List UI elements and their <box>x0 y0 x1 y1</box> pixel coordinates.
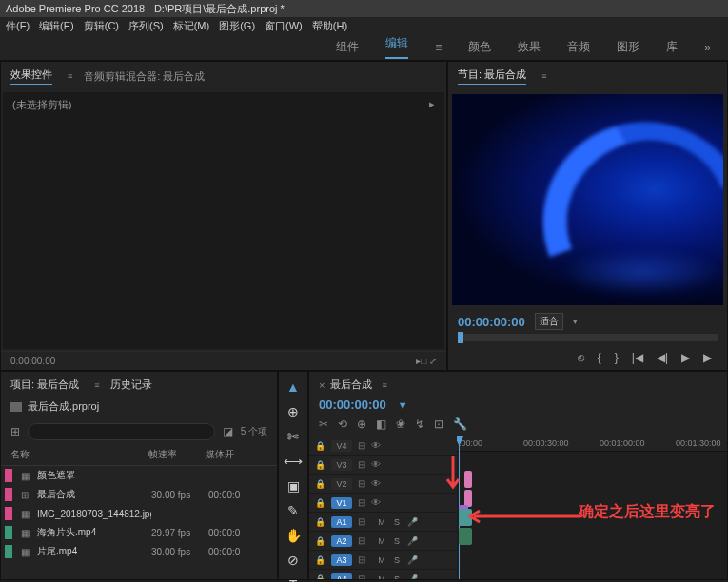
source-patch-icon[interactable]: ⊟ <box>358 535 365 546</box>
track-header[interactable]: 🔒 V1 ⊟ 👁 <box>309 494 457 513</box>
track-header[interactable]: 🔒 A3 ⊟ M S 🎤 <box>309 551 457 570</box>
ws-edit-menu-icon[interactable]: ≡ <box>435 41 442 54</box>
mute-button[interactable]: M <box>377 517 386 527</box>
track-label[interactable]: V1 <box>331 497 352 509</box>
project-search-input[interactable] <box>28 423 215 440</box>
ws-assembly[interactable]: 组件 <box>336 39 359 55</box>
eye-icon[interactable]: 👁 <box>371 440 381 451</box>
chevron-right-icon[interactable]: ▸ <box>429 98 435 112</box>
program-timecode[interactable]: 00:00:00:00 <box>458 315 525 329</box>
project-row[interactable]: ▦ 颜色遮罩 <box>1 466 277 485</box>
ws-library[interactable]: 库 <box>666 39 678 55</box>
list-view-icon[interactable]: ⊞ <box>10 425 20 438</box>
tab-history[interactable]: 历史记录 <box>110 378 152 392</box>
menu-edit[interactable]: 编辑(E) <box>39 19 74 32</box>
source-patch-icon[interactable]: ⊟ <box>358 554 365 565</box>
source-patch-icon[interactable]: ⊟ <box>358 459 365 470</box>
lock-icon[interactable]: 🔒 <box>315 479 325 489</box>
solo-button[interactable]: S <box>392 574 402 580</box>
ws-color[interactable]: 颜色 <box>468 39 491 55</box>
solo-button[interactable]: S <box>392 555 402 565</box>
track-label[interactable]: V2 <box>331 478 352 490</box>
go-out-button[interactable]: } <box>615 351 619 364</box>
col-name[interactable]: 名称 <box>10 448 148 461</box>
time-ruler[interactable]: :00:00 00:00:30:00 00:01:00:00 00:01:30:… <box>457 436 727 452</box>
play-button[interactable]: ▶ <box>681 351 690 364</box>
menu-window[interactable]: 窗口(W) <box>265 19 303 32</box>
solo-button[interactable]: S <box>392 536 402 546</box>
tab-project[interactable]: 项目: 最后合成 <box>10 378 79 392</box>
menu-help[interactable]: 帮助(H) <box>312 19 347 32</box>
eye-icon[interactable]: 👁 <box>371 478 381 489</box>
fx-icons[interactable]: ▸□ ⤢ <box>416 356 437 366</box>
track-label[interactable]: A4 <box>331 573 352 580</box>
tab-sequence[interactable]: 最后合成 <box>330 378 372 392</box>
eye-icon[interactable]: 👁 <box>371 497 381 508</box>
menu-graphics[interactable]: 图形(G) <box>219 19 255 32</box>
project-row[interactable]: ⊞ 最后合成 30.00 fps 00:00:0 <box>1 485 277 504</box>
tl-tool-3[interactable]: ◧ <box>376 417 386 431</box>
source-patch-icon[interactable]: ⊟ <box>358 478 365 489</box>
selection-tool[interactable]: ▲ <box>284 379 303 395</box>
voiceover-mic-icon[interactable]: 🎤 <box>407 574 418 580</box>
voiceover-mic-icon[interactable]: 🎤 <box>407 536 418 546</box>
tab-audio-clip-mixer[interactable]: 音频剪辑混合器: 最后合成 <box>84 69 205 84</box>
project-row[interactable]: ▦ 片尾.mp4 30.00 fps 00:00:0 <box>1 542 277 561</box>
ws-more[interactable]: » <box>704 41 711 54</box>
lock-icon[interactable]: 🔒 <box>315 441 325 451</box>
ripple-edit-tool[interactable]: ✄ <box>284 429 303 444</box>
source-patch-icon[interactable]: ⊟ <box>358 573 365 579</box>
razor-tool[interactable]: ⟷ <box>284 454 303 469</box>
lock-icon[interactable]: 🔒 <box>315 498 325 508</box>
panel-menu-icon[interactable]: ≡ <box>68 71 72 81</box>
track-header[interactable]: 🔒 V2 ⊟ 👁 <box>309 475 457 494</box>
timeline-menu-icon[interactable]: ≡ <box>382 380 386 390</box>
program-scrub-bar[interactable] <box>458 334 718 341</box>
lock-icon[interactable]: 🔒 <box>315 574 325 580</box>
ws-graphics[interactable]: 图形 <box>617 39 639 55</box>
col-framerate[interactable]: 帧速率 <box>148 448 206 461</box>
tl-tool-5[interactable]: ↯ <box>415 417 424 431</box>
timeline-timecode[interactable]: 00:00:00:00 <box>319 398 386 412</box>
tl-tool-0[interactable]: ✂ <box>319 417 328 431</box>
source-patch-icon[interactable]: ⊟ <box>358 440 365 451</box>
track-label[interactable]: A2 <box>331 535 352 547</box>
tl-tool-7[interactable]: 🔧 <box>453 417 467 431</box>
track-label[interactable]: V3 <box>331 459 352 471</box>
track-header[interactable]: 🔒 A2 ⊟ M S 🎤 <box>309 532 457 551</box>
track-header[interactable]: 🔒 V3 ⊟ 👁 <box>309 456 457 475</box>
zoom-tool[interactable]: ⊘ <box>284 553 303 568</box>
track-label[interactable]: V4 <box>331 440 352 452</box>
track-label[interactable]: A3 <box>331 554 352 566</box>
track-header[interactable]: 🔒 V4 ⊟ 👁 <box>309 436 457 456</box>
zoom-fit-select[interactable]: 适合 <box>535 313 563 330</box>
go-in-button[interactable]: { <box>598 351 601 364</box>
track-label[interactable]: A1 <box>331 516 352 528</box>
mute-button[interactable]: M <box>377 574 386 580</box>
tl-tool-6[interactable]: ⊡ <box>434 417 443 431</box>
menu-marker[interactable]: 标记(M) <box>173 19 210 32</box>
ws-editing[interactable]: 编辑 <box>385 35 408 59</box>
pen-tool[interactable]: ✎ <box>284 503 303 518</box>
source-patch-icon[interactable]: ⊟ <box>358 497 365 508</box>
clip-v3[interactable] <box>464 471 472 488</box>
mute-button[interactable]: M <box>377 555 386 565</box>
lock-icon[interactable]: 🔒 <box>315 536 325 546</box>
voiceover-mic-icon[interactable]: 🎤 <box>407 517 418 527</box>
program-video-view[interactable] <box>452 94 723 305</box>
chevron-down-icon[interactable]: ▾ <box>573 317 578 326</box>
mark-in-button[interactable]: ⎋ <box>578 351 584 364</box>
tl-tool-1[interactable]: ⟲ <box>338 417 347 431</box>
tl-tool-4[interactable]: ❀ <box>396 417 405 431</box>
tab-program[interactable]: 节目: 最后合成 <box>458 68 526 85</box>
lock-icon[interactable]: 🔒 <box>315 555 325 565</box>
lock-icon[interactable]: 🔒 <box>315 517 325 527</box>
next-button[interactable]: ▶ <box>703 351 712 364</box>
source-patch-icon[interactable]: ⊟ <box>358 516 365 527</box>
tl-tool-2[interactable]: ⊕ <box>357 417 366 431</box>
lock-icon[interactable]: 🔒 <box>315 460 325 470</box>
step-back-button[interactable]: |◀ <box>632 351 643 364</box>
menu-sequence[interactable]: 序列(S) <box>128 19 164 32</box>
tab-effect-controls[interactable]: 效果控件 <box>10 68 52 85</box>
clip-a1[interactable] <box>459 528 472 545</box>
